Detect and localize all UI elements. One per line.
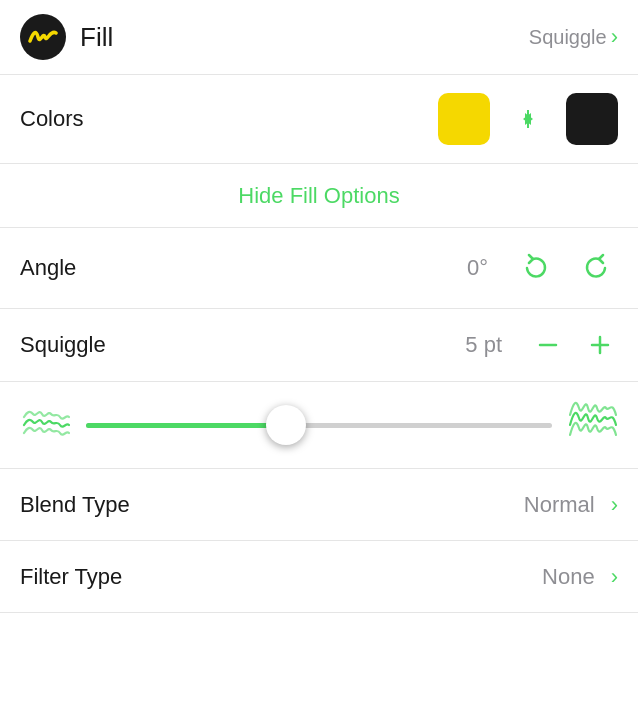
rotate-ccw-button[interactable] xyxy=(514,246,558,290)
slider-low-icon xyxy=(20,400,70,450)
angle-label: Angle xyxy=(20,255,467,281)
squiggle-row: Squiggle 5 pt xyxy=(0,309,638,382)
blend-type-value: Normal xyxy=(524,492,595,518)
header: Fill Squiggle › xyxy=(0,0,638,75)
filter-type-chevron-icon[interactable]: › xyxy=(611,564,618,590)
color-swatch-black[interactable] xyxy=(566,93,618,145)
header-chevron-icon[interactable]: › xyxy=(611,24,618,50)
hide-fill-row[interactable]: Hide Fill Options xyxy=(0,164,638,228)
blend-type-chevron-icon[interactable]: › xyxy=(611,492,618,518)
filter-type-controls[interactable]: None › xyxy=(542,564,618,590)
blend-type-controls[interactable]: Normal › xyxy=(524,492,618,518)
angle-controls: 0° xyxy=(467,246,618,290)
swap-colors-icon[interactable] xyxy=(506,97,550,141)
squiggle-value: 5 pt xyxy=(465,332,502,358)
blend-type-row[interactable]: Blend Type Normal › xyxy=(0,469,638,541)
squiggle-decrease-button[interactable] xyxy=(530,327,566,363)
angle-value: 0° xyxy=(467,255,488,281)
rotate-cw-button[interactable] xyxy=(574,246,618,290)
angle-row: Angle 0° xyxy=(0,228,638,309)
colors-label: Colors xyxy=(20,106,438,132)
squiggle-controls: 5 pt xyxy=(465,327,618,363)
header-title: Fill xyxy=(80,22,529,53)
hide-fill-button[interactable]: Hide Fill Options xyxy=(238,183,399,209)
slider-high-icon xyxy=(568,400,618,450)
squiggle-label: Squiggle xyxy=(20,332,465,358)
app-logo xyxy=(20,14,66,60)
header-nav-label: Squiggle xyxy=(529,26,607,49)
filter-type-label: Filter Type xyxy=(20,564,542,590)
slider-row xyxy=(0,382,638,469)
slider-track-fill xyxy=(86,423,286,428)
slider-thumb[interactable] xyxy=(266,405,306,445)
header-nav[interactable]: Squiggle › xyxy=(529,24,618,50)
squiggle-increase-button[interactable] xyxy=(582,327,618,363)
colors-controls xyxy=(438,93,618,145)
blend-type-label: Blend Type xyxy=(20,492,524,518)
filter-type-value: None xyxy=(542,564,595,590)
squiggle-slider[interactable] xyxy=(86,407,552,443)
colors-row: Colors xyxy=(0,75,638,164)
filter-type-row[interactable]: Filter Type None › xyxy=(0,541,638,613)
color-swatch-yellow[interactable] xyxy=(438,93,490,145)
